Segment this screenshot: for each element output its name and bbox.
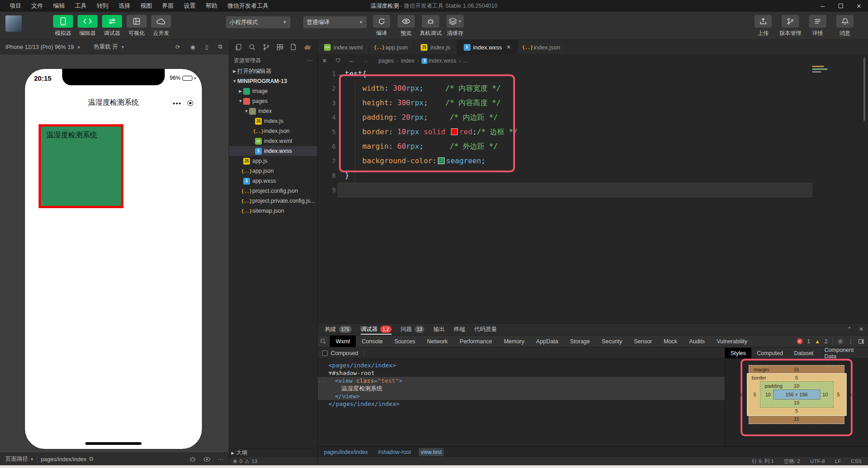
breadcrumb-item-index.wxss[interactable]: index.wxss <box>428 58 456 64</box>
styles-tab-Dataset[interactable]: Dataset <box>789 348 819 358</box>
action-上传[interactable]: 上传 <box>753 15 774 37</box>
action-编译[interactable]: 编译 <box>371 15 392 37</box>
devtools-tab-Memory[interactable]: Memory <box>498 336 530 347</box>
gear-icon[interactable] <box>837 338 843 345</box>
code-editor[interactable]: 1⌄test{2 width: 300rpx; /* 内容宽度 */3 heig… <box>318 67 868 323</box>
menu-item-8[interactable]: 界面 <box>157 0 179 12</box>
menu-item-4[interactable]: 工具 <box>70 0 92 12</box>
avatar[interactable] <box>5 15 22 32</box>
action-预览[interactable]: 预览 <box>396 15 417 37</box>
panel-tab-问题[interactable]: 问题13 <box>396 323 429 335</box>
tree-item-app.wxss[interactable]: Sapp.wxss <box>229 176 317 186</box>
wxml-row-2[interactable]: ▼#shadow-root <box>318 369 725 377</box>
action-详情[interactable]: 详情 <box>807 15 828 37</box>
test-view-box[interactable]: 温湿度检测系统 <box>39 124 123 208</box>
file-icon[interactable] <box>290 44 297 50</box>
maximize-button[interactable] <box>832 0 850 12</box>
devtools-tab-Security[interactable]: Security <box>596 336 628 347</box>
toolbar-button-调试器[interactable]: 调试器 <box>102 15 123 37</box>
status-segment-3[interactable]: UTF-8 <box>810 458 825 464</box>
close-icon[interactable]: ✕ <box>506 44 511 50</box>
tree-item-index.js[interactable]: JSindex.js <box>229 116 317 126</box>
back-icon[interactable]: ← <box>345 58 358 64</box>
tree-item-打开的编辑器[interactable]: ▶打开的编辑器 <box>229 66 317 76</box>
action-真机调试[interactable]: 真机调试 <box>420 15 441 37</box>
devtools-tab-Storage[interactable]: Storage <box>564 336 596 347</box>
kebab-menu-icon[interactable]: ⋮ <box>848 338 853 345</box>
exit-icon[interactable] <box>184 100 197 106</box>
more-icon[interactable]: ⋯ <box>218 456 224 463</box>
multi-window-icon[interactable]: ⧉ <box>218 44 222 50</box>
menu-item-11[interactable]: 微信开发者工具 <box>222 0 274 12</box>
teapot-icon[interactable] <box>304 44 311 50</box>
breadcrumb-item-index[interactable]: index <box>401 58 415 64</box>
devtools-tab-Audits[interactable]: Audits <box>683 336 711 347</box>
menu-item-9[interactable]: 设置 <box>179 0 201 12</box>
more-icon[interactable]: ⋯ <box>307 57 313 63</box>
devtools-tab-Mock[interactable]: Mock <box>658 336 683 347</box>
search-icon[interactable] <box>249 44 256 51</box>
status-segment-4[interactable]: LF <box>835 458 841 464</box>
menu-item-2[interactable]: 文件 <box>26 0 48 12</box>
toolbar-button-云开发[interactable]: 云开发 <box>151 15 172 37</box>
devtools-tab-Sensor[interactable]: Sensor <box>628 336 658 347</box>
devtools-crumb-3[interactable]: view.test <box>419 448 443 456</box>
composed-checkbox[interactable] <box>322 351 328 356</box>
wxml-row-6[interactable]: </pages/index/index> <box>318 400 725 408</box>
panel-tab-终端[interactable]: 终端 <box>449 323 470 335</box>
tree-item-project.config.json[interactable]: {..}project.config.json <box>229 186 317 196</box>
styles-tab-Computed[interactable]: Computed <box>751 348 789 358</box>
menu-item-3[interactable]: 编辑 <box>48 0 70 12</box>
action-版本管理[interactable]: 版本管理 <box>780 15 801 37</box>
extensions-icon[interactable] <box>276 44 284 51</box>
editor-scrollbar[interactable] <box>863 58 865 121</box>
devtools-tab-AppData[interactable]: AppData <box>530 336 564 347</box>
tree-item-sitemap.json[interactable]: {..}sitemap.json <box>229 206 317 216</box>
devtools-tab-Wxml[interactable]: Wxml <box>330 336 356 347</box>
action-消息[interactable]: 消息 <box>834 15 855 37</box>
tree-item-index.wxml[interactable]: <>index.wxml <box>229 136 317 146</box>
restart-icon[interactable]: ⟳ <box>176 44 180 50</box>
copy-icon[interactable]: ⧉ <box>89 456 93 463</box>
tree-item-app.json[interactable]: {..}app.json <box>229 166 317 176</box>
collapse-panel-icon[interactable]: ⌃ <box>847 326 852 332</box>
bookmark-icon[interactable]: ⛉ <box>331 58 345 64</box>
devtools-tab-Sources[interactable]: Sources <box>388 336 421 347</box>
close-button[interactable]: ✕ <box>850 0 868 12</box>
more-icon[interactable]: ●●● <box>171 101 184 106</box>
breadcrumb-item-...[interactable]: ... <box>463 58 468 64</box>
wxml-row-1[interactable]: <pages/index/index> <box>318 361 725 369</box>
box-model[interactable]: margin31 31 border5 5 padding10 <box>749 365 844 424</box>
page-path-label[interactable]: 页面路径 <box>5 455 28 463</box>
devtools-crumb-1[interactable]: pages/index/index <box>322 448 370 456</box>
devtools-crumb-2[interactable]: #shadow-root <box>376 448 413 456</box>
toolbar-button-可视化[interactable]: 可视化 <box>126 15 147 37</box>
dock-side-icon[interactable] <box>858 338 864 345</box>
status-segment-1[interactable]: 行 9, 列 1 <box>752 458 774 465</box>
capsule-button[interactable]: ●●● <box>170 97 197 109</box>
tree-item-pages[interactable]: ▼pages <box>229 96 317 106</box>
wxml-row-5[interactable]: </view> <box>318 392 725 400</box>
compile-mode-dropdown[interactable]: 普通编译▼ <box>303 16 367 28</box>
tree-item-index.json[interactable]: {..}index.json <box>229 126 317 136</box>
wxml-row-3[interactable]: ...<view class="test"> <box>318 377 725 385</box>
menu-item-7[interactable]: 视图 <box>135 0 157 12</box>
panel-tab-输出[interactable]: 输出 <box>429 323 449 335</box>
close-panel-icon[interactable]: ✕ <box>859 326 863 332</box>
devtools-tab-Console[interactable]: Console <box>356 336 388 347</box>
tree-item-image[interactable]: ▶image <box>229 86 317 96</box>
git-branch-icon[interactable] <box>263 44 270 51</box>
status-segment-5[interactable]: CSS <box>851 458 862 464</box>
panel-tab-调试器[interactable]: 调试器1,2 <box>356 323 396 335</box>
action-清缓存[interactable]: ▼清缓存 <box>445 15 466 37</box>
status-segment-2[interactable]: 空格: 2 <box>784 458 800 465</box>
devtools-tab-Performance[interactable]: Performance <box>454 336 498 347</box>
minimize-button[interactable]: ─ <box>814 0 832 12</box>
device-frame-icon[interactable]: ▯ <box>205 44 208 50</box>
tab-index.json[interactable]: {..}index.json <box>518 40 567 54</box>
outline-icon[interactable]: ≡ <box>318 58 331 64</box>
mode-dropdown[interactable]: 小程序模式▼ <box>226 16 290 28</box>
wxml-row-4[interactable]: 温湿度检测系统 <box>318 385 725 392</box>
menu-item-6[interactable]: 选择 <box>113 0 135 12</box>
record-icon[interactable]: ◉ <box>190 44 195 50</box>
